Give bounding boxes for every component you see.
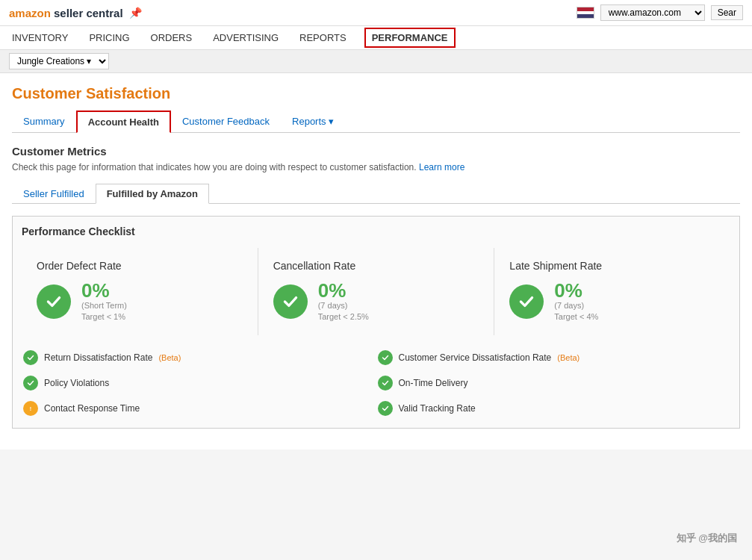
nav-advertising[interactable]: ADVERTISING	[210, 26, 282, 49]
search-button[interactable]: Sear	[711, 5, 743, 20]
sub-tab-seller-fulfilled[interactable]: Seller Fulfilled	[12, 184, 96, 204]
nav-inventory[interactable]: INVENTORY	[9, 26, 71, 49]
status-icon-pv	[23, 376, 38, 391]
list-label-csdr: Customer Service Dissatisfaction Rate	[399, 352, 552, 363]
metric-late-shipment-rate: Late Shipment Rate 0% (7 days) Target < …	[494, 248, 730, 335]
performance-checklist: Performance Checklist Order Defect Rate …	[12, 216, 740, 429]
pin-icon: 📌	[129, 7, 142, 19]
logo-area: amazon seller central 📌	[9, 7, 142, 19]
list-label-vtr: Valid Tracking Rate	[399, 403, 476, 414]
metric-content-cr: 0% (7 days) Target < 2.5%	[273, 281, 479, 323]
check-icon-lsr	[509, 284, 544, 319]
main-nav: INVENTORY PRICING ORDERS ADVERTISING REP…	[0, 26, 752, 50]
page-tabs: Summary Account Health Customer Feedback…	[12, 110, 740, 133]
url-select[interactable]: www.amazon.com	[600, 4, 705, 21]
page-title: Customer Satisfaction	[12, 85, 740, 102]
store-select[interactable]: Jungle Creations ▾	[9, 53, 109, 69]
subtext-lsr: (7 days) Target < 4%	[554, 300, 598, 323]
flag-icon	[577, 7, 594, 19]
metric-cancellation-rate: Cancellation Rate 0% (7 days) Target < 2…	[258, 248, 495, 335]
tab-summary[interactable]: Summary	[12, 111, 76, 133]
checklist-title: Performance Checklist	[22, 225, 730, 237]
amazon-logo: amazon seller central	[9, 7, 123, 19]
status-icon-otd	[378, 376, 393, 391]
beta-label-csdr: (Beta)	[557, 353, 579, 362]
list-item-otd: On-Time Delivery	[376, 373, 731, 393]
status-icon-vtr	[378, 401, 393, 416]
tab-account-health[interactable]: Account Health	[76, 111, 171, 133]
list-item-pv: Policy Violations	[22, 373, 376, 393]
metrics-row: Order Defect Rate 0% (Short Term) Target…	[22, 248, 730, 335]
list-col-left: Return Dissatisfaction Rate (Beta) Polic…	[22, 347, 376, 419]
metric-values-cr: 0% (7 days) Target < 2.5%	[318, 281, 369, 323]
subtext-odr: (Short Term) Target < 1%	[81, 300, 127, 323]
sub-tabs: Seller Fulfilled Fulfilled by Amazon	[12, 183, 740, 204]
metric-name-odr: Order Defect Rate	[37, 260, 243, 272]
metric-values-lsr: 0% (7 days) Target < 4%	[554, 281, 598, 323]
beta-label-rdr: (Beta)	[158, 353, 181, 362]
metric-order-defect-rate: Order Defect Rate 0% (Short Term) Target…	[22, 248, 258, 335]
list-item-vtr: Valid Tracking Rate	[376, 398, 731, 419]
list-item-csdr: Customer Service Dissatisfaction Rate (B…	[376, 347, 731, 368]
metric-name-lsr: Late Shipment Rate	[509, 260, 715, 272]
tab-reports[interactable]: Reports ▾	[281, 111, 345, 133]
list-item-crt: ! Contact Response Time	[22, 398, 376, 419]
nav-pricing[interactable]: PRICING	[86, 26, 132, 49]
sub-tab-fulfilled-by-amazon[interactable]: Fulfilled by Amazon	[96, 184, 209, 204]
list-col-right: Customer Service Dissatisfaction Rate (B…	[376, 347, 731, 419]
subtext-cr: (7 days) Target < 2.5%	[318, 300, 369, 323]
check-icon-odr	[37, 284, 71, 319]
status-icon-crt: !	[23, 401, 38, 416]
svg-text:!: !	[30, 405, 31, 411]
rate-cr: 0%	[318, 281, 369, 300]
nav-performance[interactable]: PERFORMANCE	[364, 28, 456, 48]
content-area: Customer Satisfaction Summary Account He…	[0, 73, 752, 449]
learn-more-link[interactable]: Learn more	[419, 162, 464, 172]
list-label-otd: On-Time Delivery	[399, 378, 468, 388]
tab-customer-feedback[interactable]: Customer Feedback	[171, 111, 281, 133]
metric-values-odr: 0% (Short Term) Target < 1%	[81, 281, 127, 323]
metric-name-cr: Cancellation Rate	[273, 260, 479, 272]
metric-content-lsr: 0% (7 days) Target < 4%	[509, 281, 715, 323]
check-icon-cr	[273, 284, 308, 319]
nav-reports[interactable]: REPORTS	[296, 26, 349, 49]
status-icon-csdr	[378, 350, 393, 365]
list-label-crt: Contact Response Time	[44, 403, 140, 414]
metric-content-odr: 0% (Short Term) Target < 1%	[37, 281, 243, 323]
breadcrumb-bar: Jungle Creations ▾	[0, 50, 752, 73]
rate-lsr: 0%	[554, 281, 598, 300]
header-right: www.amazon.com Sear	[577, 4, 743, 21]
rate-odr: 0%	[81, 281, 127, 300]
list-label-pv: Policy Violations	[44, 378, 109, 388]
top-header: amazon seller central 📌 www.amazon.com S…	[0, 0, 752, 26]
section-desc: Check this page for information that ind…	[12, 162, 740, 172]
list-label-rdr: Return Dissatisfaction Rate	[44, 352, 152, 363]
status-icon-rdr	[23, 350, 38, 365]
nav-orders[interactable]: ORDERS	[148, 26, 196, 49]
section-heading: Customer Metrics	[12, 145, 740, 158]
list-item-rdr: Return Dissatisfaction Rate (Beta)	[22, 347, 376, 368]
list-metrics: Return Dissatisfaction Rate (Beta) Polic…	[22, 347, 730, 419]
